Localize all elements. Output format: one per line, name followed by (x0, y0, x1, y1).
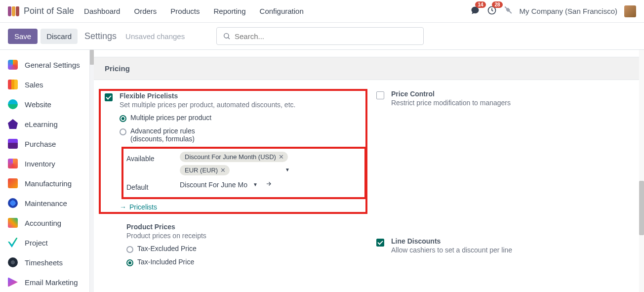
tag-discount-june: Discount For June Month (USD)✕ (180, 152, 288, 162)
tag-remove-icon[interactable]: ✕ (220, 167, 226, 174)
search-input[interactable] (235, 32, 417, 41)
sidebar-item-manufacturing[interactable]: Manufacturing (0, 173, 94, 193)
external-link-icon[interactable] (265, 180, 273, 189)
sidebar-item-label: Maintenance (25, 199, 67, 208)
radio-label: Multiple prices per product (130, 114, 211, 122)
radio-label: Tax-Excluded Price (137, 245, 197, 252)
avatar[interactable] (624, 5, 636, 17)
radio-label: Tax-Included Price (137, 258, 194, 266)
nav-products[interactable]: Products (170, 7, 200, 15)
app-icon[interactable] (8, 5, 20, 17)
discard-button[interactable]: Discard (40, 29, 78, 44)
save-button[interactable]: Save (8, 29, 38, 44)
radio-multiple-prices[interactable] (120, 115, 126, 122)
chevron-down-icon[interactable]: ▼ (285, 167, 290, 172)
sidebar-item-timesheets[interactable]: Timesheets (0, 252, 94, 272)
top-nav: Point of Sale Dashboard Orders Products … (0, 0, 644, 23)
sidebar-item-project[interactable]: Project (0, 233, 94, 252)
content-scrollbar[interactable] (639, 181, 644, 235)
sidebar-item-label: Sales (25, 81, 43, 89)
radio-label: Advanced price rules (discounts, formula… (130, 127, 195, 143)
link-pricelists[interactable]: → Pricelists (120, 203, 362, 211)
sidebar: General Settings Sales Website eLearning… (0, 50, 94, 292)
sidebar-item-maintenance[interactable]: Maintenance (0, 193, 94, 213)
sidebar-item-label: eLearning (25, 120, 58, 128)
nav-links: Dashboard Orders Products Reporting Conf… (84, 7, 304, 15)
setting-title: Flexible Pricelists (120, 92, 362, 100)
radio-advanced-rules[interactable] (120, 128, 126, 135)
sidebar-item-emailmarketing[interactable]: Email Marketing (0, 272, 94, 292)
label-available: Available (126, 152, 180, 163)
sidebar-item-purchase[interactable]: Purchase (0, 134, 94, 154)
sidebar-item-label: Accounting (25, 219, 61, 227)
tag-remove-icon[interactable]: ✕ (279, 153, 284, 161)
setting-desc: Set multiple prices per product, automat… (120, 101, 362, 109)
sidebar-item-sales[interactable]: Sales (0, 75, 94, 94)
activities-icon[interactable]: 28 (487, 5, 497, 17)
activities-badge: 28 (492, 1, 502, 8)
sidebar-item-label: Manufacturing (25, 179, 72, 188)
checkbox-flexible-pricelists[interactable] (105, 93, 113, 101)
sidebar-item-label: Project (25, 239, 48, 247)
checkbox-price-control[interactable] (376, 91, 384, 99)
default-pricelist-select[interactable]: Discount For June Mo (180, 181, 254, 189)
sidebar-item-label: Inventory (25, 160, 55, 168)
nav-reporting[interactable]: Reporting (214, 7, 246, 15)
radio-tax-excluded[interactable] (126, 246, 133, 253)
setting-desc: Restrict price modification to managers (391, 99, 511, 107)
sidebar-scrollbar[interactable]: General Settings Sales Website eLearning… (0, 50, 94, 292)
sidebar-item-general[interactable]: General Settings (0, 55, 94, 75)
sidebar-item-label: Email Marketing (25, 278, 78, 287)
setting-desc: Allow cashiers to set a discount per lin… (391, 246, 512, 254)
sidebar-item-accounting[interactable]: Accounting (0, 213, 94, 233)
setting-desc: Product prices on receipts (126, 232, 362, 240)
sidebar-item-inventory[interactable]: Inventory (0, 154, 94, 173)
setting-title: Price Control (391, 90, 511, 98)
highlight-box: Flexible Pricelists Set multiple prices … (99, 89, 367, 214)
content-area: Pricing Flexible Pricelists Set multiple… (94, 50, 644, 292)
search-box[interactable] (216, 27, 424, 45)
setting-title: Line Discounts (391, 237, 512, 245)
breadcrumb-settings: Settings (84, 31, 117, 42)
tag-eur: EUR (EUR)✕ (180, 165, 230, 175)
sidebar-item-label: General Settings (25, 61, 80, 69)
company-selector[interactable]: My Company (San Francisco) (520, 7, 617, 15)
svg-point-1 (224, 34, 229, 38)
highlight-box-inner: Available Discount For June Month (USD)✕… (121, 147, 366, 199)
sidebar-item-website[interactable]: Website (0, 94, 94, 114)
available-pricelists-field[interactable]: Discount For June Month (USD)✕ EUR (EUR)… (180, 152, 291, 175)
arrow-right-icon: → (120, 203, 126, 211)
chevron-down-icon[interactable]: ▼ (253, 182, 258, 187)
sidebar-item-label: Purchase (25, 140, 56, 148)
search-icon (223, 32, 231, 40)
unsaved-label: Unsaved changes (125, 32, 185, 41)
nav-orders[interactable]: Orders (134, 7, 157, 15)
nav-configuration[interactable]: Configuration (260, 7, 304, 15)
sidebar-item-label: Timesheets (25, 258, 63, 267)
messages-badge: 14 (475, 1, 485, 8)
control-bar: Save Discard Settings Unsaved changes (0, 23, 644, 50)
section-pricing: Pricing (94, 57, 644, 80)
app-title: Point of Sale (24, 6, 74, 16)
tools-icon[interactable] (504, 6, 513, 16)
radio-tax-included[interactable] (126, 259, 133, 266)
label-default: Default (126, 180, 180, 191)
sidebar-item-label: Website (25, 100, 51, 109)
setting-title: Product Prices (126, 223, 362, 231)
nav-dashboard[interactable]: Dashboard (84, 7, 120, 15)
sidebar-item-elearning[interactable]: eLearning (0, 114, 94, 134)
messages-icon[interactable]: 14 (470, 5, 480, 17)
checkbox-line-discounts[interactable] (376, 239, 384, 247)
